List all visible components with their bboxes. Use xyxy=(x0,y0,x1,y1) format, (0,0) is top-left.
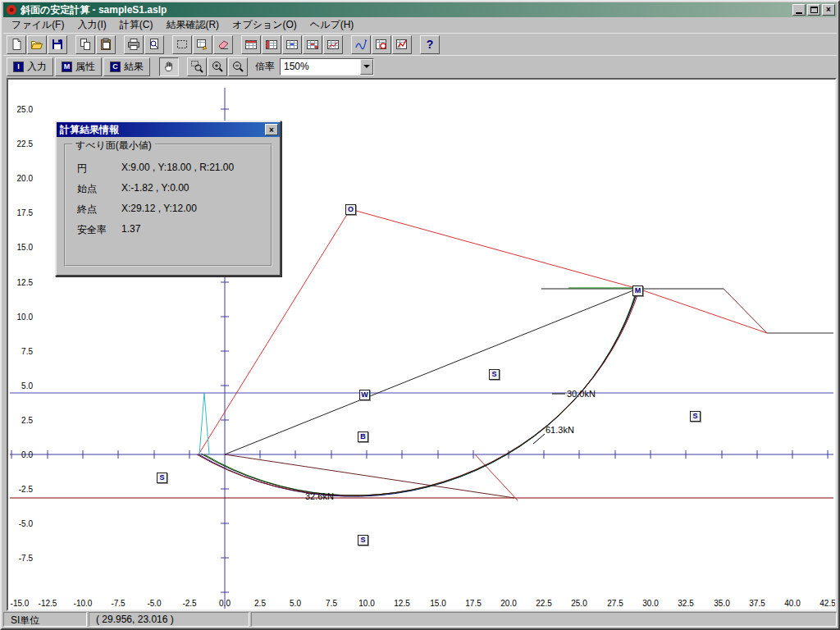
zoom-window-button[interactable] xyxy=(187,57,207,76)
calc-table-button[interactable] xyxy=(372,35,391,54)
restore-button[interactable] xyxy=(807,4,820,16)
x-tick-label: 30.0 xyxy=(642,599,659,608)
y-tick-label: -2.5 xyxy=(19,485,34,494)
x-tick-label: 25.0 xyxy=(571,599,587,608)
y-tick-label: 25.0 xyxy=(17,105,34,114)
slip-flow-button[interactable] xyxy=(351,35,371,54)
input-mode-label: 入力 xyxy=(27,60,47,74)
paste-button[interactable] xyxy=(96,35,116,54)
menu-option[interactable]: オプション(O) xyxy=(226,16,304,34)
circle-label: 円 xyxy=(77,162,121,176)
y-tick-label: 17.5 xyxy=(17,208,34,217)
minimize-button[interactable] xyxy=(792,4,806,16)
x-tick-label: -7.5 xyxy=(111,599,126,608)
paste-icon xyxy=(99,38,112,51)
marker-soil-2[interactable]: S xyxy=(690,411,701,422)
start-point-value: X:-1.82 , Y:0.00 xyxy=(121,182,189,196)
attribute-mode-button[interactable]: M 属性 xyxy=(55,57,102,76)
x-tick-label: 42.5 xyxy=(819,599,835,608)
result-mode-label: 結果 xyxy=(124,60,144,74)
menu-result[interactable]: 結果確認(R) xyxy=(159,16,226,34)
x-tick-label: 35.0 xyxy=(714,599,730,608)
close-button[interactable]: × xyxy=(822,4,835,16)
y-tick-label: -7.5 xyxy=(19,554,34,563)
result-badge-icon: C xyxy=(110,62,121,72)
titlebar[interactable]: 斜面の安定計算 - sampleS1.aslp × xyxy=(3,2,837,17)
y-tick-label: -5.0 xyxy=(19,519,34,528)
input-mode-button[interactable]: I 入力 xyxy=(7,57,53,76)
zoom-out-icon xyxy=(231,60,244,73)
open-file-button[interactable] xyxy=(27,35,47,54)
force-label-1: 30.0kN xyxy=(567,389,596,399)
table-search-icon xyxy=(306,38,319,51)
x-tick-label: -5.0 xyxy=(147,599,162,608)
end-point-value: X:29.12 , Y:12.00 xyxy=(121,203,197,217)
zoom-window-icon xyxy=(190,60,203,73)
layer-diagonal-line xyxy=(225,454,514,498)
marker-base[interactable]: B xyxy=(358,431,368,442)
close-icon: × xyxy=(826,6,831,14)
zoom-ratio-label: 倍率 xyxy=(255,60,275,74)
zoom-in-button[interactable] xyxy=(208,57,227,76)
x-tick-label: 37.5 xyxy=(749,599,765,608)
new-file-button[interactable] xyxy=(7,35,26,54)
x-tick-label: 32.5 xyxy=(678,599,694,608)
marker-end-point[interactable]: M xyxy=(632,285,643,296)
combo-dropdown-button[interactable] xyxy=(360,59,373,75)
copy-icon xyxy=(79,38,92,51)
force-label-2: 61.3kN xyxy=(546,425,574,435)
erase-button[interactable] xyxy=(213,35,233,54)
x-tick-label: 15.0 xyxy=(430,599,446,608)
table-load-icon xyxy=(265,38,278,51)
save-icon xyxy=(51,38,64,51)
menu-file[interactable]: ファイル(F) xyxy=(5,16,71,34)
marker-soil-3[interactable]: S xyxy=(157,472,167,483)
pan-hand-button[interactable] xyxy=(159,57,179,76)
menu-calc[interactable]: 計算(C) xyxy=(113,16,160,34)
menu-input[interactable]: 入力(I) xyxy=(71,16,112,34)
table-load-button[interactable] xyxy=(262,35,281,54)
app-icon xyxy=(6,4,17,16)
menu-help[interactable]: ヘルプ(H) xyxy=(304,16,361,34)
statusbar: SI単位 ( 29.956, 23.016 ) xyxy=(3,610,837,627)
main-toolbar: ? xyxy=(3,33,837,55)
print-preview-icon xyxy=(148,38,161,51)
table-option-button[interactable] xyxy=(323,35,343,54)
dialog-close-button[interactable]: × xyxy=(265,124,278,135)
marker-water[interactable]: W xyxy=(359,390,370,400)
marker-soil-1[interactable]: S xyxy=(489,369,500,380)
radius-extension-line xyxy=(638,289,767,333)
marker-circle-center[interactable]: O xyxy=(345,204,356,215)
force-label-3: 32.6kN xyxy=(305,491,334,501)
help-icon: ? xyxy=(423,38,436,51)
end-point-label: 終点 xyxy=(77,203,121,217)
copy-button[interactable] xyxy=(75,35,95,54)
select-range-button[interactable] xyxy=(172,35,192,54)
x-tick-label: 2.5 xyxy=(254,599,266,608)
x-tick-label: 5.0 xyxy=(290,599,301,608)
edit-table-button[interactable] xyxy=(193,35,212,54)
table-soil-button[interactable] xyxy=(241,35,261,54)
open-folder-icon xyxy=(30,38,43,51)
x-tick-label: 20.0 xyxy=(500,599,517,608)
print-button[interactable] xyxy=(124,35,144,54)
x-tick-label: 0.0 xyxy=(219,599,231,608)
zoom-out-button[interactable] xyxy=(228,57,248,76)
help-button[interactable]: ? xyxy=(420,35,440,54)
y-tick-label: 2.5 xyxy=(21,416,33,425)
dialog-titlebar[interactable]: 計算結果情報 × xyxy=(57,122,280,137)
save-button[interactable] xyxy=(48,35,67,54)
y-tick-label: 12.5 xyxy=(17,278,34,287)
y-tick-label: 10.0 xyxy=(17,313,34,322)
table-water-button[interactable] xyxy=(282,35,302,54)
restore-icon xyxy=(810,7,818,13)
marker-soil-4[interactable]: S xyxy=(358,535,368,546)
result-mode-button[interactable]: C 結果 xyxy=(103,57,150,76)
zoom-combobox[interactable]: 150% xyxy=(280,58,374,75)
calc-result-button[interactable] xyxy=(392,35,412,54)
x-tick-label: 22.5 xyxy=(536,599,552,608)
print-preview-button[interactable] xyxy=(144,35,164,54)
table-search-button[interactable] xyxy=(303,35,322,54)
x-tick-label: 10.0 xyxy=(358,599,375,608)
table-option-icon xyxy=(326,38,340,51)
